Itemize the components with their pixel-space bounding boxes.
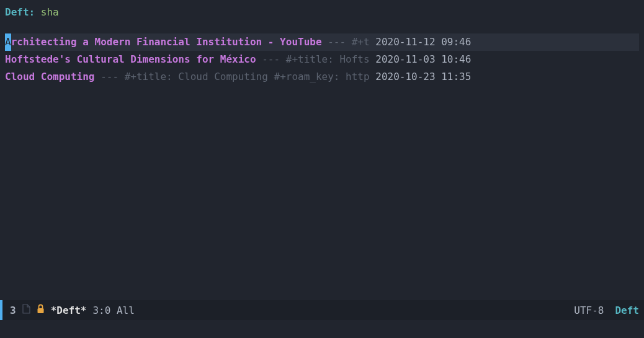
result-row[interactable]: Hoftstede's Cultural Dimensions for Méxi…	[5, 51, 639, 68]
file-icon	[22, 304, 30, 316]
cursor: A	[5, 33, 11, 51]
result-summary: #+title: Hofts	[286, 51, 376, 68]
cursor-position: 3:0 All	[92, 305, 134, 316]
major-mode: Deft	[615, 305, 639, 316]
result-timestamp: 2020-11-12 09:46	[375, 33, 471, 51]
result-timestamp: 2020-10-23 11:35	[375, 68, 471, 86]
deft-search-input[interactable]: sha	[41, 6, 59, 18]
lock-icon	[37, 304, 45, 316]
result-title: rchitecting a Modern Financial Instituti…	[11, 33, 322, 51]
result-summary: #+t	[352, 33, 376, 51]
encoding: UTF-8	[574, 305, 604, 316]
result-title: Hoftstede's Cultural Dimensions for Méxi…	[5, 51, 256, 68]
result-title: Cloud Computing	[5, 68, 95, 86]
result-row[interactable]: Cloud Computing --- #+title: Cloud Compu…	[5, 68, 639, 86]
modeline: 3 *Deft* 3:0 All UTF-8 Deft	[0, 300, 644, 320]
editor-area: Deft: sha Architecting a Modern Financia…	[0, 0, 644, 300]
deft-prompt-label: Deft:	[5, 6, 41, 18]
deft-prompt-line: Deft: sha	[5, 4, 639, 21]
result-separator: ---	[322, 33, 352, 51]
result-row[interactable]: Architecting a Modern Financial Institut…	[5, 33, 639, 51]
modeline-accent	[0, 300, 2, 320]
result-separator: ---	[95, 68, 125, 86]
result-separator: ---	[256, 51, 286, 68]
result-summary: #+title: Cloud Computing #+roam_key: htt…	[125, 68, 376, 86]
modeline-right: UTF-8 Deft	[574, 305, 639, 316]
result-timestamp: 2020-11-03 10:46	[375, 51, 471, 68]
result-count: 3	[10, 305, 16, 316]
buffer-name: *Deft*	[51, 305, 87, 316]
echo-area	[0, 320, 644, 338]
svg-rect-0	[37, 308, 43, 313]
modeline-left: 3 *Deft* 3:0 All	[5, 304, 135, 316]
